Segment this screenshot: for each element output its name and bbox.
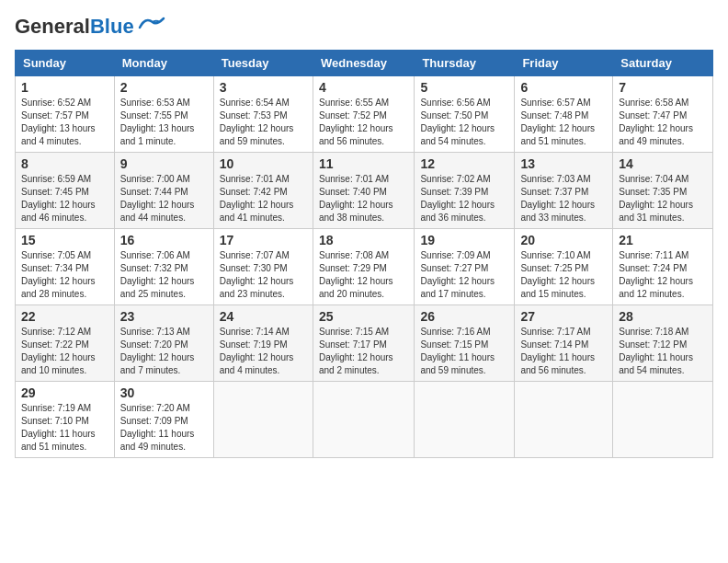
day-info: Sunrise: 7:01 AMSunset: 7:42 PMDaylight:… — [220, 174, 294, 223]
day-header-thursday: Thursday — [415, 51, 515, 76]
day-info: Sunrise: 7:20 AMSunset: 7:09 PMDaylight:… — [120, 403, 195, 452]
calendar-cell: 19 Sunrise: 7:09 AMSunset: 7:27 PMDaylig… — [415, 229, 515, 305]
calendar-cell: 18 Sunrise: 7:08 AMSunset: 7:29 PMDaylig… — [313, 229, 414, 305]
calendar-cell: 23 Sunrise: 7:13 AMSunset: 7:20 PMDaylig… — [114, 305, 213, 382]
day-number: 29 — [21, 385, 108, 400]
calendar-cell: 13 Sunrise: 7:03 AMSunset: 7:37 PMDaylig… — [515, 153, 613, 229]
calendar-cell: 4 Sunrise: 6:55 AMSunset: 7:52 PMDayligh… — [313, 76, 414, 153]
calendar-cell: 12 Sunrise: 7:02 AMSunset: 7:39 PMDaylig… — [415, 153, 515, 229]
calendar-cell: 30 Sunrise: 7:20 AMSunset: 7:09 PMDaylig… — [114, 382, 213, 458]
day-info: Sunrise: 7:18 AMSunset: 7:12 PMDaylight:… — [619, 327, 693, 375]
day-number: 13 — [520, 156, 607, 171]
calendar-cell: 7 Sunrise: 6:58 AMSunset: 7:47 PMDayligh… — [613, 76, 713, 153]
day-number: 20 — [520, 233, 607, 247]
day-number: 12 — [420, 156, 508, 171]
week-row-3: 15 Sunrise: 7:05 AMSunset: 7:34 PMDaylig… — [16, 229, 713, 305]
calendar-cell: 5 Sunrise: 6:56 AMSunset: 7:50 PMDayligh… — [415, 76, 515, 153]
day-number: 9 — [120, 156, 208, 171]
day-info: Sunrise: 7:02 AMSunset: 7:39 PMDaylight:… — [420, 174, 495, 223]
calendar-cell: 9 Sunrise: 7:00 AMSunset: 7:44 PMDayligh… — [114, 153, 213, 229]
day-number: 16 — [120, 233, 208, 247]
logo-text: GeneralBlue — [15, 15, 134, 39]
week-row-5: 29 Sunrise: 7:19 AMSunset: 7:10 PMDaylig… — [16, 382, 713, 458]
day-number: 28 — [619, 309, 707, 324]
calendar-header-row: SundayMondayTuesdayWednesdayThursdayFrid… — [16, 51, 713, 76]
day-header-sunday: Sunday — [16, 51, 115, 76]
day-number: 15 — [21, 233, 108, 247]
day-number: 14 — [619, 156, 707, 171]
calendar-cell: 27 Sunrise: 7:17 AMSunset: 7:14 PMDaylig… — [515, 305, 613, 382]
calendar-table: SundayMondayTuesdayWednesdayThursdayFrid… — [15, 50, 713, 458]
day-info: Sunrise: 6:56 AMSunset: 7:50 PMDaylight:… — [420, 98, 495, 146]
day-info: Sunrise: 7:10 AMSunset: 7:25 PMDaylight:… — [520, 250, 595, 299]
calendar-cell: 11 Sunrise: 7:01 AMSunset: 7:40 PMDaylig… — [313, 153, 414, 229]
calendar-cell — [613, 382, 713, 458]
day-info: Sunrise: 7:14 AMSunset: 7:19 PMDaylight:… — [220, 327, 294, 375]
day-info: Sunrise: 7:15 AMSunset: 7:17 PMDaylight:… — [319, 327, 393, 375]
calendar-cell: 8 Sunrise: 6:59 AMSunset: 7:45 PMDayligh… — [16, 153, 115, 229]
day-header-wednesday: Wednesday — [313, 51, 414, 76]
day-number: 3 — [220, 80, 307, 95]
day-number: 7 — [619, 80, 707, 95]
day-info: Sunrise: 6:57 AMSunset: 7:48 PMDaylight:… — [520, 98, 595, 146]
day-info: Sunrise: 7:11 AMSunset: 7:24 PMDaylight:… — [619, 250, 693, 299]
week-row-1: 1 Sunrise: 6:52 AMSunset: 7:57 PMDayligh… — [16, 76, 713, 153]
day-number: 30 — [120, 385, 208, 400]
calendar-cell: 14 Sunrise: 7:04 AMSunset: 7:35 PMDaylig… — [613, 153, 713, 229]
day-info: Sunrise: 7:17 AMSunset: 7:14 PMDaylight:… — [520, 327, 595, 375]
day-info: Sunrise: 6:55 AMSunset: 7:52 PMDaylight:… — [319, 98, 393, 146]
day-info: Sunrise: 7:03 AMSunset: 7:37 PMDaylight:… — [520, 174, 595, 223]
day-info: Sunrise: 7:19 AMSunset: 7:10 PMDaylight:… — [21, 403, 96, 452]
day-number: 2 — [120, 80, 208, 95]
day-info: Sunrise: 7:16 AMSunset: 7:15 PMDaylight:… — [420, 327, 495, 375]
calendar-cell: 2 Sunrise: 6:53 AMSunset: 7:55 PMDayligh… — [114, 76, 213, 153]
day-info: Sunrise: 7:04 AMSunset: 7:35 PMDaylight:… — [619, 174, 693, 223]
day-info: Sunrise: 7:08 AMSunset: 7:29 PMDaylight:… — [319, 250, 393, 299]
day-header-monday: Monday — [114, 51, 213, 76]
calendar-cell: 24 Sunrise: 7:14 AMSunset: 7:19 PMDaylig… — [213, 305, 313, 382]
calendar-cell: 16 Sunrise: 7:06 AMSunset: 7:32 PMDaylig… — [114, 229, 213, 305]
day-number: 26 — [420, 309, 508, 324]
calendar-cell: 28 Sunrise: 7:18 AMSunset: 7:12 PMDaylig… — [613, 305, 713, 382]
day-number: 4 — [319, 80, 408, 95]
calendar-cell: 10 Sunrise: 7:01 AMSunset: 7:42 PMDaylig… — [213, 153, 313, 229]
day-info: Sunrise: 7:13 AMSunset: 7:20 PMDaylight:… — [120, 327, 195, 375]
day-number: 27 — [520, 309, 607, 324]
day-header-saturday: Saturday — [613, 51, 713, 76]
calendar-cell — [515, 382, 613, 458]
calendar-cell: 6 Sunrise: 6:57 AMSunset: 7:48 PMDayligh… — [515, 76, 613, 153]
day-info: Sunrise: 7:06 AMSunset: 7:32 PMDaylight:… — [120, 250, 195, 299]
day-number: 11 — [319, 156, 408, 171]
calendar-cell: 3 Sunrise: 6:54 AMSunset: 7:53 PMDayligh… — [213, 76, 313, 153]
day-number: 19 — [420, 233, 508, 247]
day-number: 23 — [120, 309, 208, 324]
day-number: 25 — [319, 309, 408, 324]
day-info: Sunrise: 6:52 AMSunset: 7:57 PMDaylight:… — [21, 98, 96, 146]
day-info: Sunrise: 6:53 AMSunset: 7:55 PMDaylight:… — [120, 98, 195, 146]
calendar-cell: 17 Sunrise: 7:07 AMSunset: 7:30 PMDaylig… — [213, 229, 313, 305]
logo: GeneralBlue — [15, 15, 165, 39]
calendar-cell: 21 Sunrise: 7:11 AMSunset: 7:24 PMDaylig… — [613, 229, 713, 305]
day-number: 10 — [220, 156, 307, 171]
day-number: 8 — [21, 156, 108, 171]
day-number: 24 — [220, 309, 307, 324]
day-header-friday: Friday — [515, 51, 613, 76]
day-number: 1 — [21, 80, 108, 95]
day-info: Sunrise: 7:01 AMSunset: 7:40 PMDaylight:… — [319, 174, 393, 223]
day-info: Sunrise: 6:58 AMSunset: 7:47 PMDaylight:… — [619, 98, 693, 146]
calendar-cell: 25 Sunrise: 7:15 AMSunset: 7:17 PMDaylig… — [313, 305, 414, 382]
logo-bird-icon — [138, 15, 165, 35]
calendar-cell: 1 Sunrise: 6:52 AMSunset: 7:57 PMDayligh… — [16, 76, 115, 153]
day-info: Sunrise: 7:05 AMSunset: 7:34 PMDaylight:… — [21, 250, 96, 299]
day-info: Sunrise: 7:12 AMSunset: 7:22 PMDaylight:… — [21, 327, 96, 375]
day-info: Sunrise: 7:09 AMSunset: 7:27 PMDaylight:… — [420, 250, 495, 299]
day-info: Sunrise: 7:00 AMSunset: 7:44 PMDaylight:… — [120, 174, 195, 223]
day-header-tuesday: Tuesday — [213, 51, 313, 76]
day-info: Sunrise: 6:59 AMSunset: 7:45 PMDaylight:… — [21, 174, 96, 223]
calendar-cell — [213, 382, 313, 458]
day-number: 6 — [520, 80, 607, 95]
calendar-cell — [313, 382, 414, 458]
day-info: Sunrise: 7:07 AMSunset: 7:30 PMDaylight:… — [220, 250, 294, 299]
week-row-4: 22 Sunrise: 7:12 AMSunset: 7:22 PMDaylig… — [16, 305, 713, 382]
calendar-cell — [415, 382, 515, 458]
